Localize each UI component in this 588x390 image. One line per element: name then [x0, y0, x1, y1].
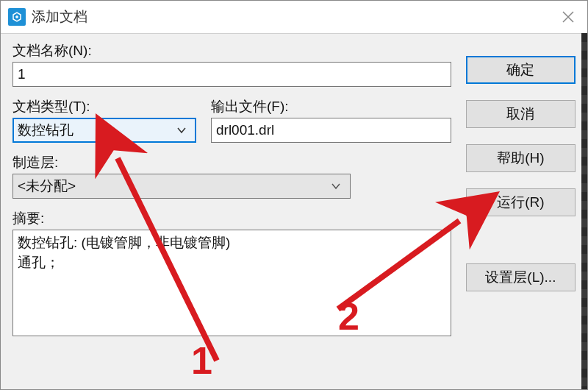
mfg-layer-label: 制造层:	[12, 153, 451, 172]
titlebar: 添加文档	[1, 1, 587, 33]
dialog-window: 添加文档 文档名称(N): 文档类型(T): 数控钻孔	[0, 0, 588, 390]
run-button[interactable]: 运行(R)	[466, 188, 576, 216]
doc-type-select[interactable]: 数控钻孔	[12, 118, 196, 143]
close-button[interactable]	[555, 4, 581, 30]
doc-name-input[interactable]	[12, 62, 451, 87]
help-button-label: 帮助(H)	[497, 149, 544, 168]
cancel-button[interactable]: 取消	[466, 100, 576, 128]
help-button[interactable]: 帮助(H)	[466, 144, 576, 172]
chevron-down-icon	[171, 121, 193, 140]
doc-type-label: 文档类型(T):	[12, 97, 196, 116]
chevron-down-icon	[325, 177, 347, 196]
window-edge-decoration	[581, 33, 587, 389]
doc-type-value: 数控钻孔	[18, 121, 74, 140]
ok-button-label: 确定	[506, 60, 534, 79]
set-layer-button-label: 设置层(L)...	[485, 268, 556, 287]
summary-textarea[interactable]: 数控钻孔: (电镀管脚，非电镀管脚) 通孔；	[12, 230, 451, 336]
output-file-input[interactable]	[211, 118, 451, 143]
mfg-layer-value: <未分配>	[18, 177, 76, 196]
window-title: 添加文档	[32, 7, 87, 26]
cancel-button-label: 取消	[506, 104, 534, 124]
client-area: 文档名称(N): 文档类型(T): 数控钻孔 输出文件	[1, 33, 587, 389]
app-icon	[8, 8, 26, 26]
output-file-label: 输出文件(F):	[211, 97, 451, 116]
button-column: 确定 取消 帮助(H) 运行(R) 设置层(L)...	[466, 41, 576, 336]
summary-line1: 数控钻孔: (电镀管脚，非电镀管脚)	[18, 233, 446, 253]
summary-label: 摘要:	[12, 209, 451, 228]
set-layer-button[interactable]: 设置层(L)...	[466, 263, 576, 291]
ok-button[interactable]: 确定	[466, 56, 576, 84]
summary-line2: 通孔；	[18, 253, 446, 273]
mfg-layer-select[interactable]: <未分配>	[12, 174, 351, 199]
run-button-label: 运行(R)	[497, 193, 544, 212]
doc-name-label: 文档名称(N):	[12, 41, 451, 60]
